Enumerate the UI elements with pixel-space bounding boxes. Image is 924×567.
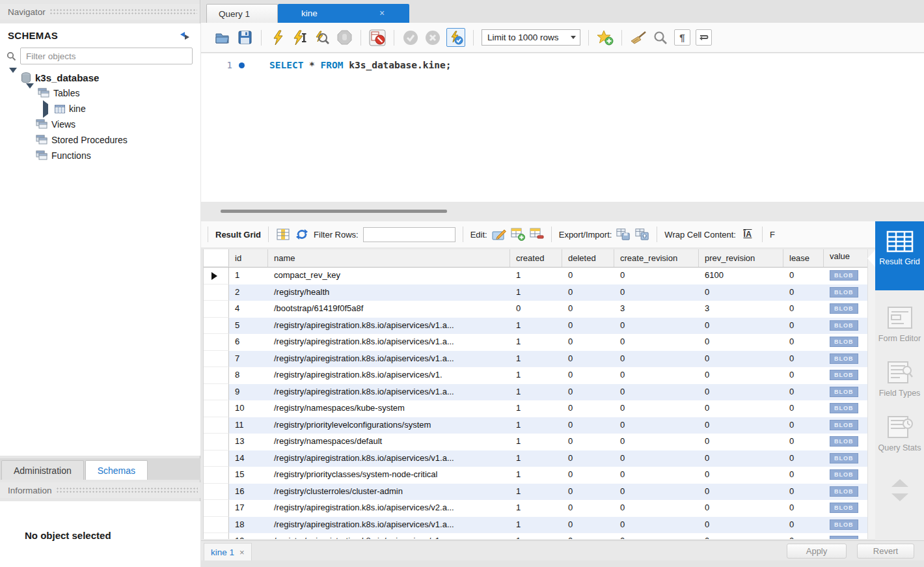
blob-badge[interactable]: BLOB (830, 287, 858, 297)
beautify-script-icon[interactable] (630, 29, 647, 46)
grid-cell-value[interactable]: BLOB (824, 517, 867, 534)
tree-label[interactable]: Stored Procedures (51, 135, 128, 145)
grid-cell-create_revision[interactable]: 0 (614, 467, 699, 484)
table-row[interactable]: 7/registry/apiregistration.k8s.io/apiser… (204, 351, 867, 368)
grid-cell-create_revision[interactable]: 0 (614, 533, 699, 539)
grid-cell-lease[interactable]: 0 (783, 517, 824, 534)
grid-cell-prev_revision[interactable]: 0 (699, 434, 783, 450)
blob-badge[interactable]: BLOB (830, 536, 858, 539)
grid-cell-prev_revision[interactable]: 0 (699, 500, 783, 517)
grid-cell-id[interactable]: 10 (229, 400, 268, 417)
grid-cell-lease[interactable]: 0 (783, 434, 824, 450)
side-tab-field-types[interactable]: Field Types (875, 355, 924, 398)
grid-cell-prev_revision[interactable]: 0 (699, 384, 783, 401)
grid-cell-created[interactable]: 1 (510, 450, 562, 467)
grid-cell-name[interactable]: /registry/namespaces/default (268, 434, 510, 450)
blob-badge[interactable]: BLOB (830, 270, 858, 281)
refresh-results-icon[interactable] (295, 227, 309, 242)
table-row[interactable]: 10/registry/namespaces/kube-system10000B… (204, 400, 867, 417)
side-tab-label[interactable]: Field Types (875, 389, 924, 398)
grid-cell-lease[interactable]: 0 (783, 484, 824, 501)
row-marker-cell[interactable] (204, 301, 229, 318)
grid-cell-value[interactable]: BLOB (824, 351, 867, 368)
grid-cell-value[interactable]: BLOB (824, 284, 867, 301)
grid-cell-created[interactable]: 1 (510, 467, 562, 484)
grid-cell-lease[interactable]: 0 (783, 500, 824, 517)
grid-cell-id[interactable]: 1 (229, 268, 268, 284)
grid-cell-create_revision[interactable]: 0 (614, 500, 699, 517)
row-marker-cell[interactable] (204, 284, 229, 301)
blob-badge[interactable]: BLOB (830, 337, 858, 347)
grid-cell-lease[interactable]: 0 (783, 367, 824, 384)
sql-code-line[interactable]: SELECT * FROM k3s_database.kine; (269, 60, 451, 70)
grid-cell-lease[interactable]: 0 (783, 384, 824, 401)
apply-button[interactable]: Apply (787, 544, 847, 559)
grid-cell-create_revision[interactable]: 0 (614, 367, 699, 384)
tab-query-1[interactable]: Query 1 (206, 4, 278, 23)
grid-cell-value[interactable]: BLOB (824, 384, 867, 401)
result-tab-label[interactable]: kine 1 (211, 547, 234, 557)
grid-header-create-revision[interactable]: create_revision (614, 249, 699, 267)
grid-cell-create_revision[interactable]: 0 (614, 400, 699, 417)
side-tab-label[interactable]: Query Stats (875, 443, 924, 453)
blob-badge[interactable]: BLOB (830, 453, 858, 463)
grid-cell-prev_revision[interactable]: 0 (699, 334, 783, 351)
execute-query-icon[interactable] (269, 29, 286, 46)
grid-cell-created[interactable]: 1 (510, 384, 562, 401)
blob-badge[interactable]: BLOB (830, 519, 858, 530)
side-tab-label[interactable]: Result Grid (875, 257, 924, 267)
grid-cell-lease[interactable]: 0 (783, 417, 824, 434)
grid-cell-created[interactable]: 1 (510, 284, 562, 301)
table-row[interactable]: 18/registry/apiregistration.k8s.io/apise… (204, 517, 867, 534)
grid-cell-name[interactable]: /registry/apiregistration.k8s.io/apiserv… (268, 334, 510, 351)
grid-header-deleted[interactable]: deleted (562, 249, 614, 267)
blob-badge[interactable]: BLOB (830, 436, 858, 447)
table-row[interactable]: 14/registry/apiregistration.k8s.io/apise… (204, 450, 867, 467)
tree-node-k3s-database[interactable]: k3s_database (9, 70, 200, 85)
grid-cell-id[interactable]: 8 (229, 367, 268, 384)
grid-cell-created[interactable]: 1 (510, 268, 562, 284)
grid-cell-create_revision[interactable]: 3 (614, 301, 699, 318)
row-marker-cell[interactable] (204, 351, 229, 368)
delete-row-icon[interactable] (530, 227, 544, 242)
table-row[interactable]: 5/registry/apiregistration.k8s.io/apiser… (204, 318, 867, 335)
grid-cell-name[interactable]: /registry/apiregistration.k8s.io/apiserv… (268, 351, 510, 368)
grid-cell-created[interactable]: 1 (510, 517, 562, 534)
close-result-tab-icon[interactable]: × (239, 547, 245, 557)
grid-cell-value[interactable]: BLOB (824, 417, 867, 434)
grid-cell-prev_revision[interactable]: 0 (699, 467, 783, 484)
grid-cell-id[interactable]: 5 (229, 318, 268, 335)
grid-cell-deleted[interactable]: 0 (562, 434, 614, 450)
side-tab-form-editor[interactable]: Form Editor (875, 301, 924, 344)
grid-cell-id[interactable]: 14 (229, 450, 268, 467)
row-marker-cell[interactable] (204, 384, 229, 401)
grid-cell-deleted[interactable]: 0 (562, 450, 614, 467)
row-marker-cell[interactable] (204, 318, 229, 335)
grid-cell-created[interactable]: 1 (510, 533, 562, 539)
table-row[interactable]: 1compact_rev_key10061000BLOB (204, 268, 867, 284)
side-tab-result-grid[interactable]: Result Grid (875, 221, 924, 290)
grid-cell-value[interactable]: BLOB (824, 367, 867, 384)
result-tab-kine-1[interactable]: kine 1 × (204, 543, 252, 560)
table-row[interactable]: 8/registry/apiregistration.k8s.io/apiser… (204, 367, 867, 384)
grid-cell-id[interactable]: 7 (229, 351, 268, 368)
grid-cell-prev_revision[interactable]: 0 (699, 400, 783, 417)
grid-options-icon[interactable] (276, 227, 290, 242)
grid-cell-value[interactable]: BLOB (824, 533, 867, 539)
table-row[interactable]: 15/registry/priorityclasses/system-node-… (204, 467, 867, 484)
tab-schemas[interactable]: Schemas (85, 460, 148, 480)
grid-cell-prev_revision[interactable]: 0 (699, 450, 783, 467)
export-recordset-icon[interactable] (616, 227, 631, 242)
grid-cell-prev_revision[interactable]: 6100 (699, 268, 783, 284)
grid-cell-created[interactable]: 0 (510, 301, 562, 318)
grid-cell-prev_revision[interactable]: 3 (699, 301, 783, 318)
edit-record-icon[interactable] (492, 227, 506, 242)
grid-cell-deleted[interactable]: 0 (562, 533, 614, 539)
grid-cell-create_revision[interactable]: 0 (614, 517, 699, 534)
expander-down-icon[interactable] (9, 73, 17, 83)
grid-cell-deleted[interactable]: 0 (562, 351, 614, 368)
execute-current-statement-icon[interactable] (292, 29, 308, 46)
tree-node-functions[interactable]: Functions (9, 148, 200, 163)
grid-cell-deleted[interactable]: 0 (562, 318, 614, 335)
grid-cell-prev_revision[interactable]: 0 (699, 351, 783, 368)
